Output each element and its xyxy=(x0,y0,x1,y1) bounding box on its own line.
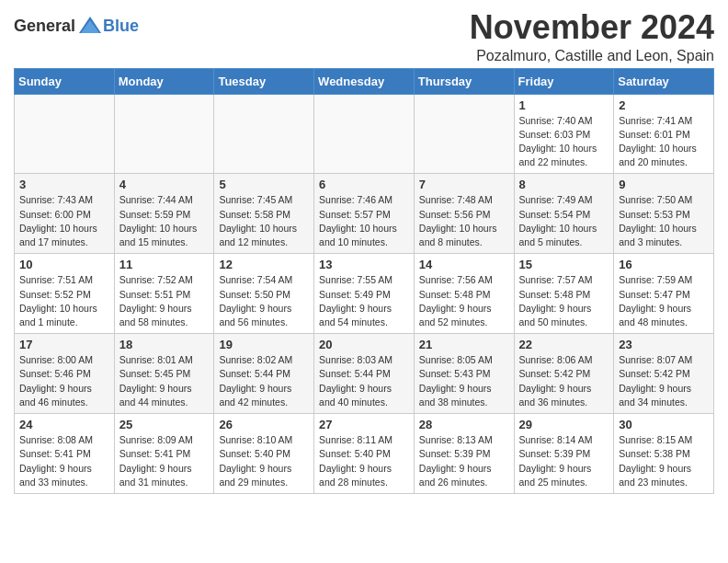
day-header-saturday: Saturday xyxy=(614,68,714,94)
calendar-cell: 15Sunrise: 7:57 AM Sunset: 5:48 PM Dayli… xyxy=(514,254,614,334)
calendar-cell xyxy=(314,94,415,174)
day-number: 25 xyxy=(119,418,210,431)
day-info: Sunrise: 7:46 AM Sunset: 5:57 PM Dayligh… xyxy=(319,193,409,249)
calendar-cell: 6Sunrise: 7:46 AM Sunset: 5:57 PM Daylig… xyxy=(314,174,415,254)
day-number: 20 xyxy=(319,338,409,351)
calendar-cell: 9Sunrise: 7:50 AM Sunset: 5:53 PM Daylig… xyxy=(614,174,714,254)
day-info: Sunrise: 8:15 AM Sunset: 5:38 PM Dayligh… xyxy=(619,433,709,489)
calendar-cell: 7Sunrise: 7:48 AM Sunset: 5:56 PM Daylig… xyxy=(414,174,514,254)
calendar-cell: 4Sunrise: 7:44 AM Sunset: 5:59 PM Daylig… xyxy=(114,174,214,254)
calendar-cell: 30Sunrise: 8:15 AM Sunset: 5:38 PM Dayli… xyxy=(614,414,714,494)
day-number: 17 xyxy=(19,338,109,351)
calendar-cell: 18Sunrise: 8:01 AM Sunset: 5:45 PM Dayli… xyxy=(114,334,214,414)
day-info: Sunrise: 7:52 AM Sunset: 5:51 PM Dayligh… xyxy=(119,273,210,329)
day-info: Sunrise: 7:41 AM Sunset: 6:01 PM Dayligh… xyxy=(619,114,709,170)
calendar-header-row: SundayMondayTuesdayWednesdayThursdayFrid… xyxy=(15,68,714,94)
day-number: 29 xyxy=(519,418,609,431)
month-title: November 2024 xyxy=(470,9,714,46)
calendar-week-row: 3Sunrise: 7:43 AM Sunset: 6:00 PM Daylig… xyxy=(15,174,714,254)
day-number: 26 xyxy=(219,418,309,431)
calendar-week-row: 17Sunrise: 8:00 AM Sunset: 5:46 PM Dayli… xyxy=(15,334,714,414)
day-info: Sunrise: 7:56 AM Sunset: 5:48 PM Dayligh… xyxy=(419,273,509,329)
calendar-cell: 26Sunrise: 8:10 AM Sunset: 5:40 PM Dayli… xyxy=(214,414,314,494)
day-number: 27 xyxy=(319,418,409,431)
calendar-week-row: 1Sunrise: 7:40 AM Sunset: 6:03 PM Daylig… xyxy=(15,94,714,174)
calendar-cell xyxy=(214,94,314,174)
day-number: 22 xyxy=(519,338,609,351)
calendar-cell xyxy=(414,94,514,174)
logo: General Blue xyxy=(14,13,139,39)
day-info: Sunrise: 8:09 AM Sunset: 5:41 PM Dayligh… xyxy=(119,433,210,489)
day-number: 15 xyxy=(519,258,609,271)
day-info: Sunrise: 7:49 AM Sunset: 5:54 PM Dayligh… xyxy=(519,193,609,249)
calendar-cell: 10Sunrise: 7:51 AM Sunset: 5:52 PM Dayli… xyxy=(15,254,115,334)
day-number: 21 xyxy=(419,338,509,351)
day-info: Sunrise: 8:05 AM Sunset: 5:43 PM Dayligh… xyxy=(419,353,509,409)
day-info: Sunrise: 7:59 AM Sunset: 5:47 PM Dayligh… xyxy=(619,273,709,329)
calendar-week-row: 10Sunrise: 7:51 AM Sunset: 5:52 PM Dayli… xyxy=(15,254,714,334)
day-number: 8 xyxy=(519,178,609,191)
page-header: General Blue November 2024 Pozalmuro, Ca… xyxy=(14,9,714,64)
calendar-cell: 22Sunrise: 8:06 AM Sunset: 5:42 PM Dayli… xyxy=(514,334,614,414)
logo-general-text: General xyxy=(14,17,75,36)
day-number: 6 xyxy=(319,178,409,191)
calendar-cell xyxy=(114,94,214,174)
calendar-cell: 2Sunrise: 7:41 AM Sunset: 6:01 PM Daylig… xyxy=(614,94,714,174)
day-number: 23 xyxy=(619,338,709,351)
day-number: 9 xyxy=(619,178,709,191)
day-info: Sunrise: 7:50 AM Sunset: 5:53 PM Dayligh… xyxy=(619,193,709,249)
day-info: Sunrise: 7:55 AM Sunset: 5:49 PM Dayligh… xyxy=(319,273,409,329)
calendar-cell: 28Sunrise: 8:13 AM Sunset: 5:39 PM Dayli… xyxy=(414,414,514,494)
day-header-friday: Friday xyxy=(514,68,614,94)
day-info: Sunrise: 8:08 AM Sunset: 5:41 PM Dayligh… xyxy=(19,433,109,489)
day-number: 1 xyxy=(519,98,609,112)
day-number: 28 xyxy=(419,418,509,431)
day-number: 18 xyxy=(119,338,210,351)
day-number: 12 xyxy=(219,258,309,271)
day-info: Sunrise: 7:54 AM Sunset: 5:50 PM Dayligh… xyxy=(219,273,309,329)
day-info: Sunrise: 7:51 AM Sunset: 5:52 PM Dayligh… xyxy=(19,273,109,329)
calendar-cell: 14Sunrise: 7:56 AM Sunset: 5:48 PM Dayli… xyxy=(414,254,514,334)
logo-blue-text: Blue xyxy=(103,17,139,36)
day-number: 10 xyxy=(19,258,109,271)
day-info: Sunrise: 7:44 AM Sunset: 5:59 PM Dayligh… xyxy=(119,193,210,249)
calendar-cell: 3Sunrise: 7:43 AM Sunset: 6:00 PM Daylig… xyxy=(15,174,115,254)
day-info: Sunrise: 8:11 AM Sunset: 5:40 PM Dayligh… xyxy=(319,433,409,489)
title-block: November 2024 Pozalmuro, Castille and Le… xyxy=(470,9,714,64)
day-info: Sunrise: 8:03 AM Sunset: 5:44 PM Dayligh… xyxy=(319,353,409,409)
day-number: 11 xyxy=(119,258,210,271)
calendar-cell xyxy=(15,94,115,174)
calendar-table: SundayMondayTuesdayWednesdayThursdayFrid… xyxy=(14,68,714,494)
day-info: Sunrise: 8:01 AM Sunset: 5:45 PM Dayligh… xyxy=(119,353,210,409)
day-number: 3 xyxy=(19,178,109,191)
day-header-wednesday: Wednesday xyxy=(314,68,415,94)
day-number: 16 xyxy=(619,258,709,271)
day-info: Sunrise: 7:48 AM Sunset: 5:56 PM Dayligh… xyxy=(419,193,509,249)
day-info: Sunrise: 7:45 AM Sunset: 5:58 PM Dayligh… xyxy=(219,193,309,249)
day-number: 14 xyxy=(419,258,509,271)
calendar-cell: 23Sunrise: 8:07 AM Sunset: 5:42 PM Dayli… xyxy=(614,334,714,414)
day-number: 2 xyxy=(619,98,709,112)
day-info: Sunrise: 7:57 AM Sunset: 5:48 PM Dayligh… xyxy=(519,273,609,329)
calendar-cell: 20Sunrise: 8:03 AM Sunset: 5:44 PM Dayli… xyxy=(314,334,415,414)
day-info: Sunrise: 8:10 AM Sunset: 5:40 PM Dayligh… xyxy=(219,433,309,489)
calendar-cell: 25Sunrise: 8:09 AM Sunset: 5:41 PM Dayli… xyxy=(114,414,214,494)
day-info: Sunrise: 8:13 AM Sunset: 5:39 PM Dayligh… xyxy=(419,433,509,489)
location-subtitle: Pozalmuro, Castille and Leon, Spain xyxy=(470,48,714,64)
day-number: 7 xyxy=(419,178,509,191)
calendar-cell: 16Sunrise: 7:59 AM Sunset: 5:47 PM Dayli… xyxy=(614,254,714,334)
calendar-cell: 12Sunrise: 7:54 AM Sunset: 5:50 PM Dayli… xyxy=(214,254,314,334)
calendar-cell: 8Sunrise: 7:49 AM Sunset: 5:54 PM Daylig… xyxy=(514,174,614,254)
day-info: Sunrise: 7:40 AM Sunset: 6:03 PM Dayligh… xyxy=(519,114,609,170)
calendar-cell: 29Sunrise: 8:14 AM Sunset: 5:39 PM Dayli… xyxy=(514,414,614,494)
calendar-cell: 19Sunrise: 8:02 AM Sunset: 5:44 PM Dayli… xyxy=(214,334,314,414)
day-number: 5 xyxy=(219,178,309,191)
calendar-cell: 13Sunrise: 7:55 AM Sunset: 5:49 PM Dayli… xyxy=(314,254,415,334)
day-header-sunday: Sunday xyxy=(15,68,115,94)
day-number: 4 xyxy=(119,178,210,191)
day-info: Sunrise: 8:06 AM Sunset: 5:42 PM Dayligh… xyxy=(519,353,609,409)
calendar-cell: 27Sunrise: 8:11 AM Sunset: 5:40 PM Dayli… xyxy=(314,414,415,494)
day-number: 19 xyxy=(219,338,309,351)
calendar-cell: 5Sunrise: 7:45 AM Sunset: 5:58 PM Daylig… xyxy=(214,174,314,254)
calendar-cell: 1Sunrise: 7:40 AM Sunset: 6:03 PM Daylig… xyxy=(514,94,614,174)
